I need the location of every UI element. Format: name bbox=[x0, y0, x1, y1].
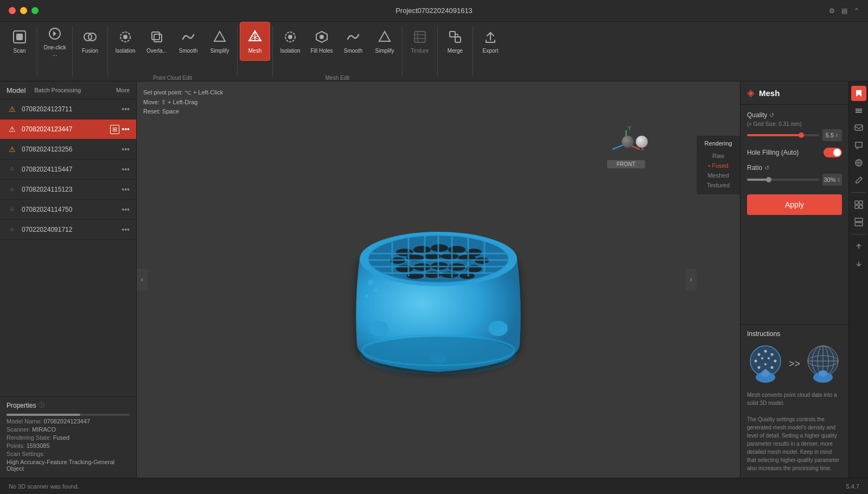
toolbar-section-export: Export bbox=[475, 22, 506, 81]
maximize-button[interactable] bbox=[31, 7, 39, 14]
viewport[interactable]: Set pivot point: ⌥ + Left-Click Move: ⇧ … bbox=[137, 81, 740, 478]
right-panel-body: Quality ↺ (≈ Grid Size: 0.31 mm) 5.5 ⬍ bbox=[741, 105, 848, 324]
apply-button[interactable]: Apply bbox=[747, 194, 842, 215]
prop-points: Points: 1593085 bbox=[7, 442, 130, 449]
far-right-globe-icon[interactable] bbox=[851, 155, 866, 170]
more-button[interactable]: More bbox=[116, 87, 130, 93]
prop-model-name: Model Name: 07082024123447 bbox=[7, 418, 130, 425]
overlap-button[interactable]: Overla... bbox=[142, 22, 172, 61]
right-panel-title: Mesh bbox=[759, 88, 780, 98]
isolation-me-button[interactable]: Isolation bbox=[275, 22, 305, 61]
smooth-me-button[interactable]: Smooth bbox=[338, 22, 368, 61]
svg-rect-25 bbox=[455, 37, 461, 42]
model-item-actions: ••• bbox=[122, 165, 130, 174]
viewport-3d-area[interactable] bbox=[137, 81, 740, 478]
more-dots-icon[interactable]: ••• bbox=[122, 105, 130, 113]
close-button[interactable] bbox=[9, 7, 16, 14]
quality-sublabel: (≈ Grid Size: 0.31 mm) bbox=[747, 121, 842, 127]
rendering-panel: Rendering Raw • Fused Meshed Textured bbox=[697, 136, 740, 194]
quality-label-text: Quality bbox=[747, 111, 767, 119]
far-right-chat-icon[interactable] bbox=[851, 138, 866, 153]
far-right-edit-icon[interactable] bbox=[851, 173, 866, 188]
fill-holes-button[interactable]: Fill Holes bbox=[307, 22, 337, 61]
model-name: 07082024123711 bbox=[22, 105, 117, 113]
fill-holes-label: Fill Holes bbox=[310, 48, 333, 54]
svg-point-78 bbox=[764, 350, 767, 352]
minimize-button[interactable] bbox=[20, 7, 27, 14]
sidebar-icon[interactable]: ▤ bbox=[841, 7, 847, 15]
quality-refresh-icon[interactable]: ↺ bbox=[769, 112, 774, 119]
rendering-fused[interactable]: • Fused bbox=[701, 161, 736, 170]
more-dots-icon[interactable]: ••• bbox=[122, 165, 130, 174]
toolbar: Scan One-click ... bbox=[0, 22, 868, 81]
ratio-slider-thumb[interactable] bbox=[766, 177, 771, 182]
export-button[interactable]: Export bbox=[475, 22, 506, 61]
far-right-bookmark-icon[interactable] bbox=[851, 86, 866, 101]
quality-slider-track[interactable] bbox=[747, 134, 819, 136]
simplify-pc-button[interactable]: Simplify bbox=[205, 22, 235, 61]
svg-rect-114 bbox=[855, 223, 863, 226]
far-right-message-icon[interactable] bbox=[851, 121, 866, 136]
hole-filling-row: Hole Filling (Auto) bbox=[747, 148, 842, 157]
hole-filling-toggle[interactable] bbox=[824, 148, 842, 157]
far-right-grid1-icon[interactable] bbox=[851, 197, 866, 212]
oneclick-button[interactable]: One-click ... bbox=[40, 22, 70, 61]
ratio-slider-track[interactable] bbox=[747, 179, 819, 181]
more-dots-icon[interactable]: ••• bbox=[122, 145, 130, 154]
far-right-download-icon[interactable] bbox=[851, 256, 866, 271]
list-item[interactable]: ⁘ 07082024115447 ••• bbox=[0, 160, 136, 180]
scan-icon bbox=[11, 28, 28, 46]
overlap-icon bbox=[148, 28, 165, 46]
list-item[interactable]: ⁘ 07082024114750 ••• bbox=[0, 200, 136, 220]
prop-scanner-label: Scanner: bbox=[7, 426, 30, 433]
list-item[interactable]: ⚠ 07082024123256 ••• bbox=[0, 140, 136, 160]
svg-rect-104 bbox=[855, 125, 863, 130]
svg-point-16 bbox=[288, 35, 292, 39]
prop-rendering-state: Rendering State: Fused bbox=[7, 434, 130, 441]
prop-scanner: Scanner: MIRACO bbox=[7, 426, 130, 433]
instructions-section: Instructions bbox=[741, 324, 848, 478]
batch-processing-button[interactable]: Batch Processing bbox=[32, 86, 83, 94]
instructions-visual: >> bbox=[747, 342, 842, 385]
more-dots-icon[interactable]: ••• bbox=[122, 225, 130, 234]
list-item[interactable]: ⁘ 07022024091712 ••• bbox=[0, 220, 136, 240]
window-title: Project07022024091613 bbox=[395, 7, 473, 15]
svg-point-90 bbox=[761, 370, 770, 377]
far-right-upload-icon[interactable] bbox=[851, 239, 866, 254]
isolation-pc-button[interactable]: Isolation bbox=[110, 22, 141, 61]
list-item[interactable]: ⚠ 07082024123711 ••• bbox=[0, 99, 136, 119]
merge-button[interactable]: Merge bbox=[440, 22, 470, 61]
svg-point-87 bbox=[764, 363, 767, 365]
quality-stepper[interactable]: ⬍ bbox=[834, 132, 839, 138]
smooth-pc-button[interactable]: Smooth bbox=[173, 22, 203, 61]
rendering-textured[interactable]: Textured bbox=[701, 180, 736, 190]
points-type-icon: ⁘ bbox=[7, 204, 17, 215]
texture-label: Texture bbox=[411, 48, 429, 54]
rendering-meshed[interactable]: Meshed bbox=[701, 170, 736, 180]
points-type-icon: ⁘ bbox=[7, 184, 17, 195]
mesh-button[interactable]: Mesh bbox=[240, 22, 270, 61]
collapse-sidebar-button[interactable]: ‹ bbox=[137, 269, 148, 290]
texture-button[interactable]: Texture bbox=[405, 22, 435, 61]
quality-slider-thumb[interactable] bbox=[799, 132, 804, 138]
svg-rect-113 bbox=[855, 218, 863, 221]
expand-right-panel-button[interactable]: › bbox=[686, 269, 697, 290]
ratio-refresh-icon[interactable]: ↺ bbox=[764, 164, 769, 172]
far-right-grid2-icon[interactable] bbox=[851, 214, 866, 230]
more-dots-icon[interactable]: ••• bbox=[122, 185, 130, 194]
list-item[interactable]: ⁘ 07082024115123 ••• bbox=[0, 180, 136, 200]
rendering-raw[interactable]: Raw bbox=[701, 151, 736, 161]
more-dots-icon[interactable]: ••• bbox=[122, 205, 130, 214]
settings-icon[interactable]: ⚙ bbox=[829, 7, 835, 15]
fusion-button[interactable]: Fusion bbox=[75, 22, 105, 61]
scan-button[interactable]: Scan bbox=[4, 22, 35, 61]
far-right-layers-icon[interactable] bbox=[851, 103, 866, 118]
svg-rect-101 bbox=[856, 109, 862, 110]
export-icon bbox=[482, 28, 499, 46]
collapse-icon[interactable]: ⌃ bbox=[854, 7, 859, 15]
list-item-active[interactable]: ⚠ 07082024123447 ⊞ ••• bbox=[0, 119, 136, 140]
model-view-icon[interactable]: ⊞ bbox=[110, 125, 119, 134]
simplify-me-button[interactable]: Simplify bbox=[369, 22, 400, 61]
more-dots-icon-active[interactable]: ••• bbox=[122, 125, 130, 134]
ratio-stepper[interactable]: ⬍ bbox=[837, 177, 841, 183]
